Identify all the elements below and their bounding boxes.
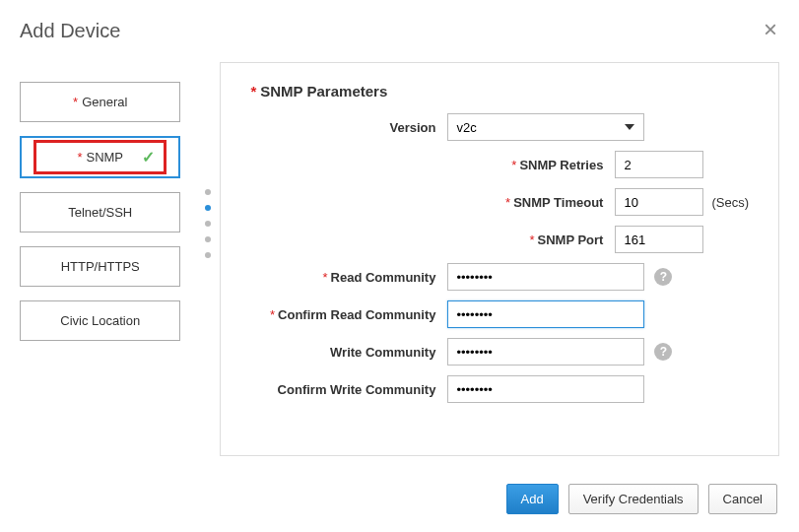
section-title: *SNMP Parameters — [250, 83, 749, 100]
label-port: *SNMP Port — [477, 233, 615, 247]
label-confirm-read-community: *Confirm Read Community — [250, 307, 447, 322]
sidebar-item-label: Civic Location — [60, 313, 140, 328]
sidebar-item-snmp[interactable]: *SNMP ✓ — [20, 136, 180, 178]
footer-buttons: Add Verify Credentials Cancel — [506, 484, 778, 514]
row-confirm-read-community: *Confirm Read Community — [250, 300, 749, 328]
row-retries: *SNMP Retries — [477, 151, 749, 178]
label-retries: *SNMP Retries — [477, 158, 615, 172]
timeout-suffix: (Secs) — [711, 195, 749, 210]
dot-icon — [205, 221, 211, 227]
write-community-input[interactable] — [447, 338, 644, 366]
confirm-read-community-input[interactable] — [447, 300, 644, 328]
sidebar-item-label: SNMP — [86, 150, 123, 165]
dot-icon — [205, 252, 211, 258]
help-icon[interactable]: ? — [654, 343, 672, 361]
label-read-community: *Read Community — [250, 270, 447, 285]
row-write-community: Write Community ? — [250, 338, 749, 366]
help-icon[interactable]: ? — [654, 268, 672, 286]
sidebar-item-civic-location[interactable]: Civic Location — [20, 300, 180, 341]
label-timeout: *SNMP Timeout — [477, 195, 615, 210]
row-read-community: *Read Community ? — [250, 263, 749, 291]
read-community-input[interactable] — [447, 263, 644, 291]
add-button[interactable]: Add — [506, 484, 559, 514]
verify-credentials-button[interactable]: Verify Credentials — [568, 484, 699, 514]
retries-input[interactable] — [615, 151, 703, 178]
sidebar-item-label: General — [82, 95, 127, 109]
label-write-community: Write Community — [250, 345, 447, 360]
label-version: Version — [250, 120, 447, 135]
required-star-icon: * — [250, 83, 256, 100]
cancel-button[interactable]: Cancel — [708, 484, 777, 514]
checkmark-icon: ✓ — [142, 148, 155, 166]
sidebar-item-http-https[interactable]: HTTP/HTTPS — [20, 246, 180, 287]
step-dots — [205, 189, 211, 258]
sidebar-item-telnet-ssh[interactable]: Telnet/SSH — [20, 192, 180, 233]
row-confirm-write-community: Confirm Write Community — [250, 375, 749, 403]
version-select-wrap: v2c — [447, 113, 644, 141]
main-panel: *SNMP Parameters Version v2c *SNMP Retri… — [220, 62, 779, 456]
row-version: Version v2c — [250, 113, 749, 141]
sidebar-item-label: Telnet/SSH — [68, 205, 132, 220]
dot-icon — [205, 205, 211, 211]
timeout-input[interactable] — [615, 188, 703, 216]
content-area: *General *SNMP ✓ Telnet/SSH HTTP/HTTPS C… — [20, 62, 779, 456]
sidebar-item-label: HTTP/HTTPS — [61, 259, 140, 274]
dot-icon — [205, 189, 211, 195]
section-title-text: SNMP Parameters — [260, 83, 387, 100]
row-timeout: *SNMP Timeout (Secs) — [477, 188, 749, 216]
required-star-icon: * — [73, 95, 78, 109]
label-confirm-write-community: Confirm Write Community — [250, 382, 447, 397]
sidebar: *General *SNMP ✓ Telnet/SSH HTTP/HTTPS C… — [20, 62, 180, 456]
close-icon[interactable]: × — [764, 18, 777, 41]
dot-icon — [205, 236, 211, 242]
port-input[interactable] — [615, 226, 703, 253]
sidebar-item-general[interactable]: *General — [20, 82, 180, 122]
version-select[interactable]: v2c — [447, 113, 644, 141]
row-port: *SNMP Port — [477, 226, 749, 253]
required-star-icon: * — [77, 150, 82, 165]
confirm-write-community-input[interactable] — [447, 375, 644, 403]
dialog-title: Add Device — [20, 20, 779, 42]
